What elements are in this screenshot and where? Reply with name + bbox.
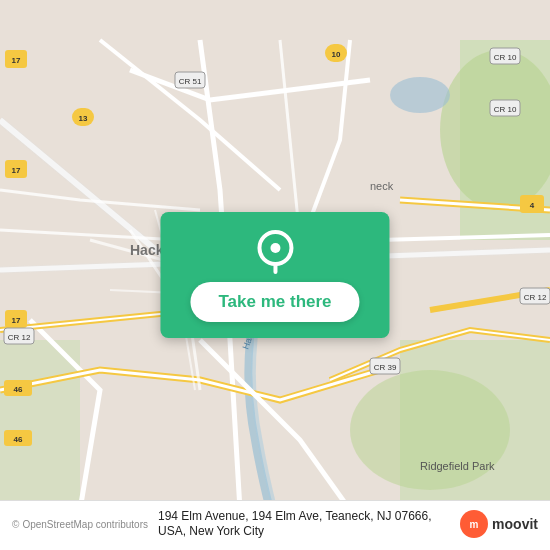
pin-dot: [270, 243, 280, 253]
location-pin-icon: [257, 230, 293, 274]
pin-tail: [273, 264, 277, 274]
take-me-there-button[interactable]: Take me there: [190, 282, 359, 322]
svg-text:neck: neck: [370, 180, 394, 192]
svg-text:17: 17: [12, 56, 21, 65]
map-container: 17 17 17 CR 10 CR 10 10 CR 51 13 4 CR 12…: [0, 0, 550, 550]
svg-rect-2: [0, 340, 80, 510]
svg-text:CR 51: CR 51: [179, 77, 202, 86]
osm-attribution: OpenStreetMap contributors: [22, 519, 148, 530]
svg-text:10: 10: [332, 50, 341, 59]
moovit-icon: m: [460, 510, 488, 538]
pin-circle: [257, 230, 293, 266]
svg-text:Hack: Hack: [130, 242, 164, 258]
moovit-text: moovit: [492, 516, 538, 532]
svg-text:CR 12: CR 12: [8, 333, 31, 342]
svg-text:17: 17: [12, 316, 21, 325]
take-me-there-panel: Take me there: [160, 212, 389, 338]
address-text: 194 Elm Avenue, 194 Elm Ave, Teaneck, NJ…: [158, 509, 450, 540]
bottom-bar: © OpenStreetMap contributors 194 Elm Ave…: [0, 500, 550, 550]
svg-text:CR 12: CR 12: [524, 293, 547, 302]
green-panel: Take me there: [160, 212, 389, 338]
svg-text:CR 10: CR 10: [494, 53, 517, 62]
svg-text:m: m: [470, 519, 479, 530]
svg-point-1: [440, 50, 550, 210]
svg-point-4: [350, 370, 510, 490]
svg-text:CR 39: CR 39: [374, 363, 397, 372]
copyright-symbol: ©: [12, 519, 19, 530]
svg-text:46: 46: [14, 435, 23, 444]
svg-text:46: 46: [14, 385, 23, 394]
svg-text:4: 4: [530, 201, 535, 210]
copyright-text: © OpenStreetMap contributors: [12, 519, 148, 530]
svg-point-5: [390, 77, 450, 113]
svg-text:CR 10: CR 10: [494, 105, 517, 114]
moovit-logo[interactable]: m moovit: [460, 510, 538, 538]
svg-text:Ridgefield Park: Ridgefield Park: [420, 460, 495, 472]
svg-text:17: 17: [12, 166, 21, 175]
svg-text:13: 13: [79, 114, 88, 123]
